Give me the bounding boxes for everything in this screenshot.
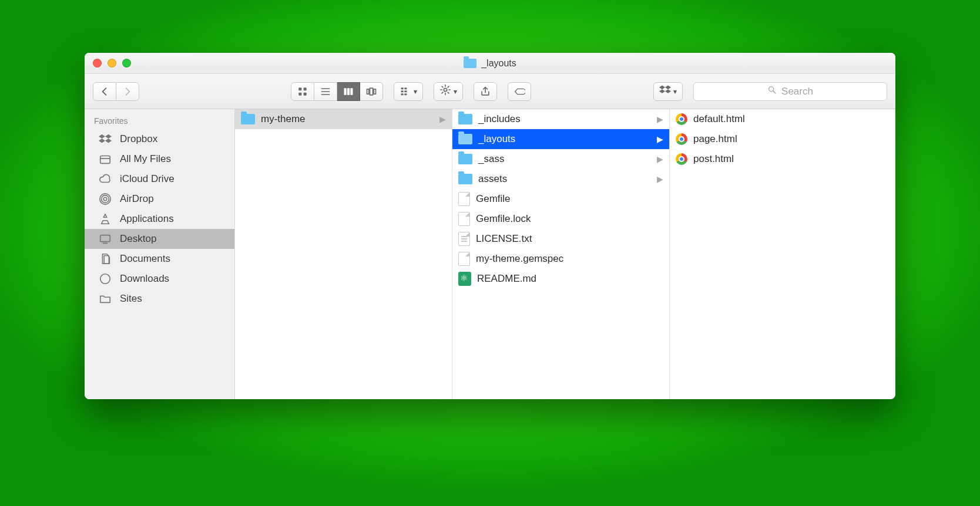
file-name-label: README.md: [477, 273, 536, 285]
svg-rect-1: [304, 87, 307, 90]
svg-line-25: [448, 92, 449, 93]
sidebar-item-dropbox[interactable]: Dropbox: [85, 129, 234, 149]
file-row[interactable]: post.html: [670, 149, 895, 169]
toolbar: ▾ ▾ ▾ Search: [85, 74, 895, 109]
sidebar-item-documents[interactable]: Documents: [85, 249, 234, 269]
search-icon: [767, 85, 777, 97]
file-name-label: page.html: [693, 133, 737, 145]
window-title-text: _layouts: [481, 58, 516, 69]
svg-rect-17: [404, 90, 407, 92]
titlebar: _layouts: [85, 53, 895, 74]
svg-rect-13: [401, 87, 404, 89]
svg-point-41: [102, 195, 109, 203]
chevron-right-icon: ▶: [657, 154, 663, 164]
svg-rect-43: [100, 235, 110, 242]
file-row[interactable]: page.html: [670, 129, 895, 149]
file-row[interactable]: _layouts▶: [452, 129, 669, 149]
file-row[interactable]: _sass▶: [452, 149, 669, 169]
sidebar-item-airdrop[interactable]: AirDrop: [85, 189, 234, 209]
body: Favorites DropboxAll My FilesiCloud Driv…: [85, 109, 895, 399]
chevron-right-icon: ▶: [657, 134, 663, 144]
dropbox-icon: [659, 84, 671, 99]
allfiles-icon: [98, 153, 113, 166]
file-icon: [458, 252, 470, 266]
svg-rect-8: [347, 88, 350, 95]
downloads-icon: [98, 272, 113, 285]
chevron-right-icon: ▶: [439, 114, 446, 124]
file-row[interactable]: assets▶: [452, 169, 669, 189]
minimize-icon[interactable]: [108, 59, 116, 68]
back-button[interactable]: [93, 82, 116, 101]
column-view-button[interactable]: [337, 82, 360, 101]
tags-button[interactable]: [508, 82, 531, 101]
sidebar-item-label: Dropbox: [120, 133, 157, 145]
sidebar-item-icloud-drive[interactable]: iCloud Drive: [85, 169, 234, 189]
svg-rect-0: [298, 87, 301, 90]
svg-rect-14: [401, 90, 404, 92]
sidebar-item-desktop[interactable]: Desktop: [85, 229, 234, 249]
file-icon: [458, 212, 470, 226]
file-row[interactable]: LICENSE.txt: [452, 229, 669, 249]
text-file-icon: [458, 232, 470, 246]
sidebar-item-label: AirDrop: [120, 193, 154, 205]
chevron-down-icon: ▾: [673, 87, 677, 96]
chrome-icon: [676, 113, 687, 125]
file-row[interactable]: default.html: [670, 109, 895, 129]
file-row[interactable]: my-theme▶: [235, 109, 452, 129]
zoom-icon[interactable]: [122, 59, 131, 68]
action-button[interactable]: ▾: [434, 82, 463, 101]
file-name-label: Gemfile.lock: [476, 213, 531, 225]
sidebar-item-label: All My Files: [120, 153, 171, 165]
svg-rect-18: [404, 93, 407, 95]
svg-rect-15: [401, 93, 404, 95]
sidebar-item-sites[interactable]: Sites: [85, 289, 234, 309]
search-input[interactable]: Search: [693, 82, 887, 101]
file-row[interactable]: README.md: [452, 269, 669, 289]
search-placeholder: Search: [781, 86, 813, 97]
svg-marker-36: [99, 139, 105, 143]
folder-icon: [458, 134, 472, 144]
svg-rect-16: [404, 87, 407, 89]
dropbox-button[interactable]: ▾: [653, 82, 683, 101]
folder-icon: [464, 59, 476, 68]
svg-rect-2: [298, 92, 301, 95]
svg-rect-12: [374, 89, 375, 93]
column-2: default.htmlpage.htmlpost.html: [670, 109, 895, 399]
file-name-label: LICENSE.txt: [476, 233, 532, 245]
sidebar-item-downloads[interactable]: Downloads: [85, 269, 234, 289]
cloud-icon: [98, 173, 113, 185]
svg-point-40: [103, 197, 107, 201]
svg-marker-31: [665, 89, 671, 93]
svg-rect-11: [370, 88, 373, 95]
sidebar-item-label: iCloud Drive: [120, 173, 174, 185]
column-browser: my-theme▶_includes▶_layouts▶_sass▶assets…: [235, 109, 895, 399]
sidebar-item-all-my-files[interactable]: All My Files: [85, 149, 234, 169]
list-view-button[interactable]: [314, 82, 337, 101]
svg-point-32: [769, 87, 774, 92]
share-button[interactable]: [474, 82, 497, 101]
view-segment: [291, 82, 383, 101]
svg-marker-34: [99, 134, 105, 139]
file-row[interactable]: Gemfile: [452, 189, 669, 209]
file-row[interactable]: my-theme.gemspec: [452, 249, 669, 269]
folder-icon: [241, 114, 255, 124]
svg-marker-35: [105, 134, 112, 139]
sidebar-header: Favorites: [85, 114, 234, 129]
close-icon[interactable]: [93, 59, 102, 68]
forward-button[interactable]: [116, 82, 139, 101]
file-icon: [458, 192, 470, 206]
coverflow-view-button[interactable]: [360, 82, 383, 101]
svg-rect-3: [304, 92, 307, 95]
sidebar-item-applications[interactable]: Applications: [85, 209, 234, 229]
documents-icon: [98, 252, 113, 265]
file-row[interactable]: _includes▶: [452, 109, 669, 129]
icon-view-button[interactable]: [291, 82, 314, 101]
chevron-down-icon: ▾: [454, 87, 457, 96]
svg-marker-30: [659, 89, 665, 93]
sidebar-item-label: Sites: [120, 293, 142, 305]
svg-line-27: [448, 86, 449, 87]
file-row[interactable]: Gemfile.lock: [452, 209, 669, 229]
chevron-right-icon: ▶: [657, 114, 663, 124]
arrange-button[interactable]: ▾: [394, 82, 423, 101]
finder-window: _layouts: [85, 53, 895, 399]
